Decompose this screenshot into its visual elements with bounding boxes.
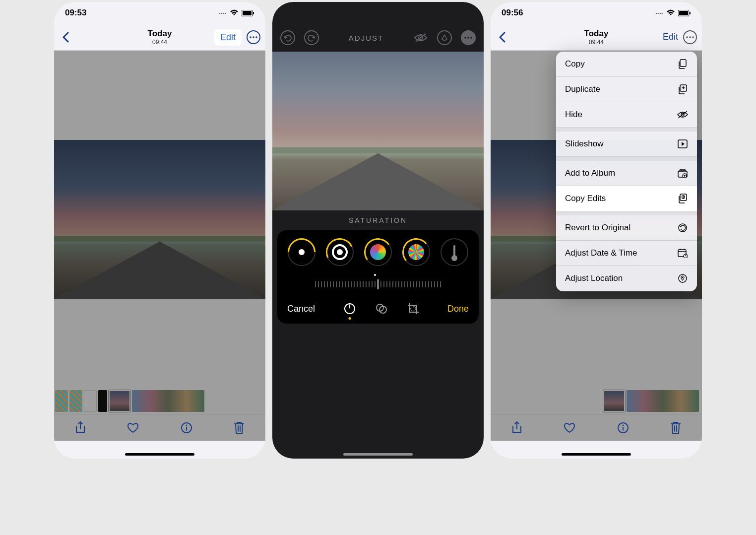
- menu-item-copy[interactable]: Copy: [556, 52, 697, 77]
- info-icon: [181, 422, 192, 434]
- thumbnail-current[interactable]: [603, 390, 625, 412]
- edit-mode-title: ADJUST: [349, 34, 383, 42]
- menu-item-label: Add to Album: [565, 168, 615, 178]
- battery-icon: [678, 10, 691, 16]
- menu-item-revert-to-original[interactable]: Revert to Original: [556, 215, 697, 241]
- slider-ruler[interactable]: [282, 277, 474, 292]
- favorite-button[interactable]: [564, 422, 575, 433]
- menu-item-label: Adjust Location: [565, 273, 623, 283]
- menu-item-adjust-date-time[interactable]: Adjust Date & Time: [556, 241, 697, 266]
- favorite-button[interactable]: [127, 422, 139, 433]
- edit-bottom-bar: Cancel Done: [282, 302, 474, 316]
- menu-item-label: Copy: [565, 59, 585, 69]
- adjust-tab[interactable]: [343, 302, 357, 316]
- compare-button[interactable]: [413, 30, 428, 45]
- svg-point-23: [622, 424, 624, 426]
- status-bar: 09:56 ••••: [491, 2, 702, 24]
- status-time: 09:56: [502, 8, 523, 18]
- bottom-toolbar: [54, 414, 265, 441]
- svg-rect-2: [253, 12, 254, 14]
- more-options-button[interactable]: [683, 30, 697, 44]
- redo-icon: [308, 34, 315, 42]
- thumbnail-strip[interactable]: [54, 388, 265, 414]
- eye-off-icon: [414, 33, 428, 43]
- thumbnail[interactable]: [55, 390, 68, 412]
- menu-item-duplicate[interactable]: Duplicate: [556, 77, 697, 102]
- info-button[interactable]: [181, 422, 192, 434]
- photo-image: [54, 140, 265, 299]
- ellipsis-icon: [464, 37, 472, 39]
- redo-button[interactable]: [304, 30, 319, 45]
- thumbnail-current[interactable]: [109, 390, 130, 412]
- adjust-icon: [343, 302, 356, 315]
- svg-point-7: [255, 36, 257, 38]
- crop-icon: [407, 302, 420, 315]
- edit-button[interactable]: Edit: [663, 32, 678, 42]
- thumbnail[interactable]: [84, 390, 97, 412]
- bottom-toolbar: [491, 414, 702, 441]
- crop-tab[interactable]: [406, 302, 420, 316]
- home-indicator: [125, 453, 194, 456]
- hide-icon: [677, 109, 688, 120]
- duplicate-icon: [677, 84, 688, 95]
- chevron-left-icon: [62, 32, 69, 43]
- more-plugins-button[interactable]: [461, 30, 476, 45]
- thumbnail[interactable]: [98, 390, 107, 412]
- location-icon: [677, 273, 688, 284]
- filters-icon: [375, 302, 388, 315]
- markup-button[interactable]: [437, 30, 452, 45]
- edit-button[interactable]: Edit: [214, 29, 242, 46]
- warmth-dial[interactable]: [441, 238, 468, 266]
- brilliance-dial[interactable]: [288, 238, 315, 266]
- saturation-dial[interactable]: [364, 238, 392, 266]
- pen-icon: [441, 34, 448, 41]
- menu-item-add-to-album[interactable]: Add to Album: [556, 161, 697, 186]
- heart-icon: [564, 422, 575, 433]
- svg-point-9: [464, 37, 466, 39]
- control-panel: Cancel Done: [277, 230, 479, 324]
- photo-image: [272, 52, 484, 210]
- menu-item-adjust-location[interactable]: Adjust Location: [556, 266, 697, 291]
- exposure-dial[interactable]: [326, 238, 354, 266]
- done-button[interactable]: Done: [447, 304, 469, 314]
- thumbnail-group[interactable]: [627, 390, 699, 412]
- share-button[interactable]: [511, 421, 522, 434]
- photo-viewport[interactable]: [54, 51, 265, 388]
- share-button[interactable]: [75, 421, 86, 434]
- menu-item-label: Duplicate: [565, 84, 600, 94]
- back-button[interactable]: [496, 32, 508, 43]
- menu-item-slideshow[interactable]: Slideshow: [556, 132, 697, 157]
- menu-item-label: Adjust Date & Time: [565, 248, 637, 258]
- share-icon: [75, 421, 86, 434]
- wifi-icon: [666, 9, 675, 16]
- menu-item-copy-edits[interactable]: Copy Edits: [556, 186, 697, 211]
- chevron-left-icon: [499, 32, 505, 43]
- status-bar: 09:53 ••••: [54, 2, 265, 24]
- back-button[interactable]: [59, 32, 72, 43]
- vibrance-dial[interactable]: [402, 238, 430, 266]
- menu-item-hide[interactable]: Hide: [556, 102, 697, 128]
- info-button[interactable]: [617, 422, 629, 434]
- cellular-dots-icon: ••••: [656, 11, 663, 15]
- svg-rect-1: [243, 11, 252, 15]
- svg-rect-18: [690, 12, 691, 14]
- thumbnail-group[interactable]: [132, 390, 204, 412]
- screenshot-2-edit-mode: ADJUST SATURATION: [272, 2, 484, 459]
- filters-tab[interactable]: [375, 302, 388, 316]
- navigation-bar: Today 09:44 Edit: [491, 24, 702, 51]
- menu-item-label: Hide: [565, 110, 582, 120]
- cellular-dots-icon: ••••: [219, 11, 227, 15]
- share-icon: [511, 421, 522, 434]
- undo-button[interactable]: [280, 30, 295, 45]
- home-indicator: [343, 453, 413, 456]
- delete-button[interactable]: [670, 421, 681, 434]
- revert-icon: [677, 222, 688, 233]
- thumbnail[interactable]: [69, 390, 82, 412]
- svg-point-21: [692, 36, 694, 38]
- cancel-button[interactable]: Cancel: [287, 304, 315, 314]
- delete-button[interactable]: [234, 421, 245, 434]
- thumbnail-strip[interactable]: [491, 388, 702, 414]
- more-options-button[interactable]: [247, 30, 260, 44]
- edit-photo-viewport[interactable]: [272, 52, 484, 210]
- status-time: 09:53: [65, 8, 86, 18]
